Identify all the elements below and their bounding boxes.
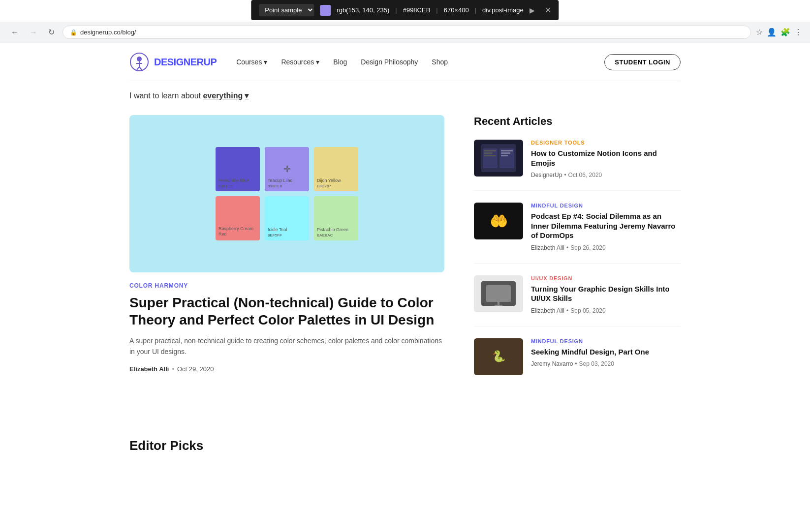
dimensions-value: 670×400 — [444, 6, 469, 14]
browser-bar: ← → ↻ 🔒 designerup.co/blog/ ☆ 👤 🧩 ⋮ — [0, 22, 810, 43]
chevron-down-icon: ▾ — [264, 58, 267, 66]
page: DESIGNERUP Courses ▾ Resources ▾ Blog De… — [110, 43, 700, 453]
article-thumb-notion[interactable] — [474, 140, 523, 177]
account-button[interactable]: 👤 — [767, 28, 777, 37]
article-info-uiux: UI/UX DESIGN Turning Your Graphic Design… — [531, 275, 681, 314]
color-swatch — [320, 5, 331, 16]
element-value: div.post-image — [482, 6, 524, 14]
nav-design-philosophy[interactable]: Design Philosophy — [361, 58, 418, 66]
hex-value: #998CEB — [403, 6, 431, 14]
nav-blog[interactable]: Blog — [333, 58, 347, 66]
swatch-pistachio: Pistachio Green BAEBAC — [314, 196, 358, 240]
logo[interactable]: DESIGNERUP — [129, 52, 217, 72]
article-thumb-mindful[interactable]: 🐍 — [474, 338, 523, 375]
student-login-button[interactable]: STUDENT LOGIN — [604, 54, 681, 70]
swatch-raspberry: Raspberry Cream Red — [216, 196, 260, 240]
featured-category: COLOR HARMONY — [129, 282, 444, 289]
color-picker-bar: Point sample rgb(153, 140, 235) | #998CE… — [251, 0, 559, 20]
featured-date: Oct 29, 2020 — [177, 365, 214, 373]
palette-grid: Periwinkle Blue 5B51CE ✛ Teacup Lilac 99… — [216, 147, 358, 240]
article-meta: Elizabeth Alli • Sep 26, 2020 — [531, 244, 681, 251]
lock-icon: 🔒 — [70, 29, 77, 36]
logo-text: DESIGNERUP — [154, 57, 217, 68]
back-button[interactable]: ← — [8, 26, 22, 39]
article-thumb-uiux[interactable] — [474, 275, 523, 312]
filter-prefix: I want to learn about — [129, 91, 201, 100]
browser-actions: ☆ 👤 🧩 ⋮ — [756, 28, 802, 37]
article-category: DESIGNER TOOLS — [531, 140, 681, 146]
reload-button[interactable]: ↻ — [45, 26, 58, 39]
url-display: designerup.co/blog/ — [80, 29, 136, 36]
content-layout: Periwinkle Blue 5B51CE ✛ Teacup Lilac 99… — [129, 110, 681, 418]
article-category: MINDFUL DESIGN — [531, 338, 681, 344]
article-title[interactable]: Podcast Ep #4: Social Dilemma as an Inne… — [531, 211, 681, 240]
header: DESIGNERUP Courses ▾ Resources ▾ Blog De… — [129, 43, 681, 81]
sidebar-heading: Recent Articles — [474, 115, 681, 128]
svg-line-5 — [139, 67, 142, 70]
nav-courses[interactable]: Courses ▾ — [236, 58, 267, 66]
nav-shop[interactable]: Shop — [432, 58, 448, 66]
article-title[interactable]: How to Customize Notion Icons and Emojis — [531, 148, 681, 168]
featured-image: Periwinkle Blue 5B51CE ✛ Teacup Lilac 99… — [129, 115, 444, 272]
article-card-mindful: 🐍 MINDFUL DESIGN Seeking Mindful Design,… — [474, 338, 681, 387]
bookmark-button[interactable]: ☆ — [756, 28, 763, 37]
forward-button[interactable]: → — [27, 26, 40, 39]
swatch-dijon: Dijon Yellow E8D787 — [314, 147, 358, 191]
sidebar: Recent Articles — [474, 115, 681, 399]
article-info-notion: DESIGNER TOOLS How to Customize Notion I… — [531, 140, 681, 178]
svg-line-4 — [137, 67, 139, 70]
chevron-down-icon: ▾ — [245, 91, 249, 100]
address-bar[interactable]: 🔒 designerup.co/blog/ — [62, 26, 751, 39]
editor-picks-heading: Editor Picks — [129, 428, 681, 453]
play-button[interactable]: ▶ — [530, 6, 535, 14]
featured-post: Periwinkle Blue 5B51CE ✛ Teacup Lilac 99… — [129, 115, 444, 399]
filter-dropdown[interactable]: everything ▾ — [203, 91, 249, 100]
menu-button[interactable]: ⋮ — [794, 28, 802, 37]
main-nav: Courses ▾ Resources ▾ Blog Design Philos… — [236, 58, 448, 66]
filter-bar: I want to learn about everything ▾ — [129, 81, 681, 110]
article-card-notion: DESIGNER TOOLS How to Customize Notion I… — [474, 140, 681, 191]
article-info-mindful: MINDFUL DESIGN Seeking Mindful Design, P… — [531, 338, 681, 375]
featured-meta: Elizabeth Alli • Oct 29, 2020 — [129, 365, 444, 373]
logo-icon — [129, 52, 149, 72]
article-card-podcast: 🤲 MINDFUL DESIGN Podcast Ep #4: Social D… — [474, 203, 681, 264]
article-category: UI/UX DESIGN — [531, 275, 681, 281]
svg-point-1 — [137, 57, 142, 61]
article-card-uiux: UI/UX DESIGN Turning Your Graphic Design… — [474, 275, 681, 326]
article-title[interactable]: Seeking Mindful Design, Part One — [531, 347, 681, 357]
article-info-podcast: MINDFUL DESIGN Podcast Ep #4: Social Dil… — [531, 203, 681, 251]
article-meta: DesignerUp • Oct 06, 2020 — [531, 172, 681, 178]
article-title[interactable]: Turning Your Graphic Design Skills Into … — [531, 284, 681, 303]
extensions-button[interactable]: 🧩 — [780, 28, 790, 37]
article-thumb-podcast[interactable]: 🤲 — [474, 203, 523, 239]
crosshair-icon: ✛ — [283, 164, 291, 175]
article-meta: Jeremy Navarro • Sep 03, 2020 — [531, 360, 681, 367]
rgb-value: rgb(153, 140, 235) — [337, 6, 389, 14]
featured-excerpt: A super practical, non-technical guide t… — [129, 335, 444, 357]
article-category: MINDFUL DESIGN — [531, 203, 681, 208]
swatch-periwinkle: Periwinkle Blue 5B51CE — [216, 147, 260, 191]
nav-resources[interactable]: Resources ▾ — [281, 58, 319, 66]
swatch-icicle: Icicle Teal 8EF5FF — [265, 196, 309, 240]
article-meta: Elizabeth Alli • Sep 05, 2020 — [531, 307, 681, 314]
featured-title: Super Practical (Non-technical) Guide to… — [129, 294, 444, 328]
close-picker-button[interactable]: ✕ — [545, 5, 551, 15]
featured-author: Elizabeth Alli — [129, 365, 169, 373]
swatch-teacup: ✛ Teacup Lilac 998CEB — [265, 147, 309, 191]
chevron-down-icon: ▾ — [316, 58, 319, 66]
sample-type-select[interactable]: Point sample — [259, 4, 314, 16]
